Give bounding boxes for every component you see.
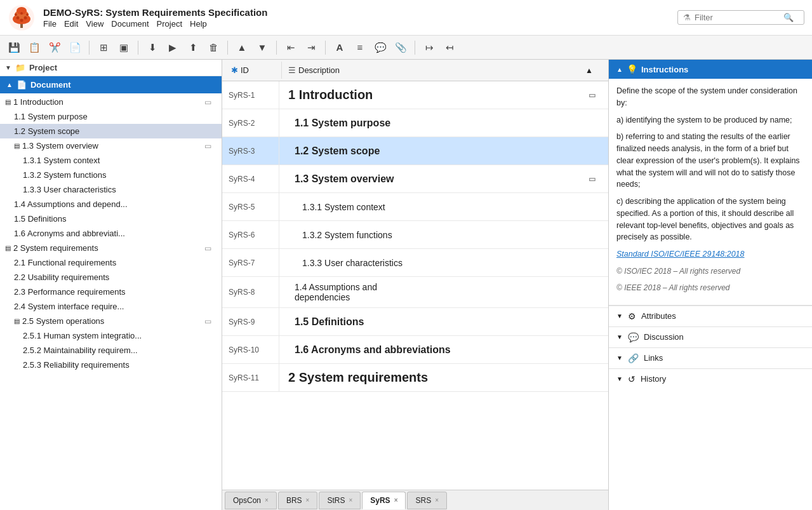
tree-item-overview[interactable]: ▤1.3 System overview▭ (0, 138, 222, 153)
toolbar-link-to[interactable]: ↦ (420, 39, 438, 57)
toolbar-insert-sibling[interactable]: ▣ (115, 39, 133, 57)
attributes-section[interactable]: ▼ ⚙ Attributes (609, 305, 812, 326)
menu-help[interactable]: Help (190, 19, 207, 29)
tree-label-purpose: 1.1 System purpose (14, 112, 88, 121)
discussion-section[interactable]: ▼ 💬 Discussion (609, 326, 812, 347)
toolbar-copy[interactable]: 📋 (25, 39, 43, 57)
search-icon[interactable]: 🔍 (783, 13, 794, 22)
req-row-SyRS-9[interactable]: SyRS-91.5 Definitions (222, 308, 608, 336)
tab-close-strs[interactable]: × (349, 497, 352, 504)
toolbar-up[interactable]: ⬆ (184, 39, 202, 57)
tree-item-definitions[interactable]: 1.5 Definitions (0, 211, 222, 226)
tree-item-assumptions[interactable]: 1.4 Assumptions and depend... (0, 197, 222, 211)
tab-brs[interactable]: BRS× (278, 492, 318, 509)
toolbar-delete[interactable]: 🗑 (204, 39, 222, 57)
req-row-SyRS-6[interactable]: SyRS-61.3.2 System functions (222, 221, 608, 249)
toolbar-move-up[interactable]: ▲ (233, 39, 251, 57)
collapse-badge-overview[interactable]: ▭ (204, 142, 211, 151)
menu-file[interactable]: File (43, 19, 57, 29)
discussion-icon: 💬 (628, 332, 639, 342)
req-row-SyRS-7[interactable]: SyRS-71.3.3 User characteristics (222, 249, 608, 277)
menu-view[interactable]: View (86, 19, 103, 29)
tab-syrs[interactable]: SyRS× (362, 492, 406, 509)
collapse-project-icon[interactable]: ▼ (5, 64, 11, 71)
req-row-SyRS-2[interactable]: SyRS-21.1 System purpose (222, 109, 608, 137)
collapse-row-SyRS-1[interactable]: ▭ (585, 91, 599, 100)
tab-close-brs[interactable]: × (306, 497, 310, 504)
req-desc-SyRS-6: 1.3.2 System functions (279, 221, 608, 248)
tree-item-purpose[interactable]: 1.1 System purpose (0, 109, 222, 124)
tab-close-srs[interactable]: × (435, 497, 439, 504)
toolbar-play[interactable]: ▶ (164, 39, 182, 57)
toolbar-link-from[interactable]: ↤ (441, 39, 458, 57)
document-header[interactable]: ▲ 📄 Document (0, 76, 222, 93)
filter-input[interactable] (695, 13, 783, 22)
req-row-SyRS-3[interactable]: SyRS-31.2 System scope (222, 137, 608, 165)
req-id-SyRS-11: SyRS-11 (222, 364, 279, 391)
standard-link[interactable]: Standard ISO/IEC/IEEE 29148:2018 (616, 250, 745, 258)
tab-strs[interactable]: StRS× (319, 492, 361, 509)
tree-item-operations[interactable]: ▤2.5 System operations▭ (0, 314, 222, 328)
req-desc-SyRS-9: 1.5 Definitions (279, 308, 608, 335)
tab-srs[interactable]: SRS× (407, 492, 447, 509)
collapse-badge-intro[interactable]: ▭ (204, 98, 211, 107)
tab-close-opscon[interactable]: × (265, 497, 269, 504)
toolbar-text[interactable]: A (331, 39, 349, 57)
req-row-SyRS-5[interactable]: SyRS-51.3.1 System context (222, 193, 608, 221)
tree-item-scope[interactable]: 1.2 System scope (0, 124, 222, 138)
tree-item-acronyms[interactable]: 1.6 Acronyms and abbreviati... (0, 226, 222, 241)
tree-item-functional[interactable]: 2.1 Functional requirements (0, 255, 222, 270)
collapse-icon-operations[interactable]: ▤ (14, 318, 20, 325)
center-scroll[interactable]: SyRS-11 Introduction▭SyRS-21.1 System pu… (222, 81, 608, 490)
collapse-row-SyRS-4[interactable]: ▭ (585, 175, 599, 184)
tree-item-functions[interactable]: 1.3.2 System functions (0, 168, 222, 182)
history-section[interactable]: ▼ ↺ History (609, 368, 812, 389)
req-row-SyRS-1[interactable]: SyRS-11 Introduction▭ (222, 81, 608, 109)
menu-document[interactable]: Document (111, 19, 149, 29)
toolbar-indent[interactable]: ⇥ (302, 39, 320, 57)
tree-item-interface[interactable]: 2.4 System interface require... (0, 299, 222, 314)
collapse-icon-sysreqs[interactable]: ▤ (5, 245, 11, 252)
expand-document-icon[interactable]: ▲ (6, 81, 13, 88)
req-row-SyRS-10[interactable]: SyRS-101.6 Acronyms and abbreviations (222, 336, 608, 364)
req-row-SyRS-4[interactable]: SyRS-41.3 System overview▭ (222, 165, 608, 193)
toolbar-insert-child[interactable]: ⊞ (95, 39, 112, 57)
tree-item-reliability[interactable]: 2.5.3 Reliability requirements (0, 358, 222, 372)
req-row-SyRS-8[interactable]: SyRS-81.4 Assumptions anddependencies (222, 277, 608, 308)
collapse-badge-operations[interactable]: ▭ (204, 317, 211, 326)
attributes-label: Attributes (641, 311, 676, 321)
copyright-1: © ISO/IEC 2018 – All rights reserved (616, 265, 804, 277)
collapse-icon-intro[interactable]: ▤ (5, 98, 11, 105)
toolbar-paste[interactable]: 📄 (66, 39, 84, 57)
tree-item-humanint[interactable]: 2.5.1 Human system integratio... (0, 328, 222, 343)
links-section[interactable]: ▼ 🔗 Links (609, 347, 812, 368)
req-row-SyRS-11[interactable]: SyRS-112 System requirements (222, 364, 608, 392)
menu-edit[interactable]: Edit (64, 19, 78, 29)
tree-item-maintain[interactable]: 2.5.2 Maintainability requirem... (0, 343, 222, 358)
tree-item-userchars[interactable]: 1.3.3 User characteristics (0, 182, 222, 197)
tree-item-context[interactable]: 1.3.1 System context (0, 153, 222, 168)
tab-opscon[interactable]: OpsCon× (225, 492, 277, 509)
chevron-down-history: ▼ (616, 375, 623, 382)
toolbar-save[interactable]: 💾 (5, 39, 23, 57)
tree-label-operations: 2.5 System operations (22, 316, 104, 326)
chevron-up-icon[interactable]: ▲ (616, 66, 623, 73)
collapse-all-icon[interactable]: ▲ (585, 66, 593, 75)
tree-item-usability[interactable]: 2.2 Usability requirements (0, 270, 222, 285)
toolbar-move-down[interactable]: ▼ (253, 39, 271, 57)
toolbar-down[interactable]: ⬇ (143, 39, 161, 57)
req-desc-SyRS-8: 1.4 Assumptions anddependencies (279, 277, 608, 307)
collapse-icon-overview[interactable]: ▤ (14, 142, 20, 149)
collapse-badge-sysreqs[interactable]: ▭ (204, 244, 211, 253)
toolbar-attach[interactable]: 📎 (392, 39, 409, 57)
toolbar-align[interactable]: ≡ (351, 39, 369, 57)
tree-item-sysreqs[interactable]: ▤2 System requirements▭ (0, 241, 222, 255)
tree-item-intro[interactable]: ▤1 Introduction▭ (0, 95, 222, 109)
center-panel: ✱ ID ☰ Description ▲ SyRS-11 Introductio… (222, 60, 609, 510)
toolbar-cut[interactable]: ✂️ (46, 39, 63, 57)
toolbar-comment[interactable]: 💬 (371, 39, 389, 57)
tab-close-syrs[interactable]: × (394, 497, 398, 504)
menu-project[interactable]: Project (157, 19, 182, 29)
toolbar-outdent[interactable]: ⇤ (282, 39, 300, 57)
tree-item-performance[interactable]: 2.3 Performance requirements (0, 285, 222, 299)
